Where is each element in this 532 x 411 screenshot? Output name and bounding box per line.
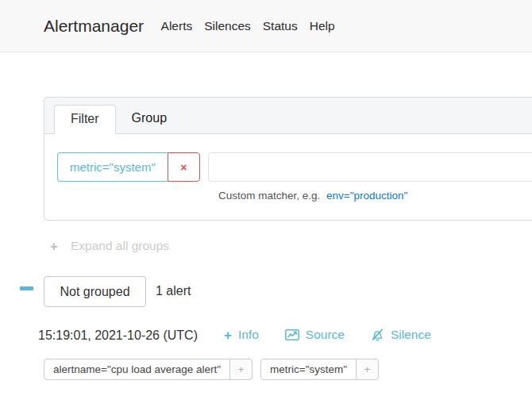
custom-matcher-input[interactable] xyxy=(208,152,532,182)
top-navbar: Alertmanager Alerts Silences Status Help xyxy=(0,0,532,52)
alert-actions: + Info Source Silence xyxy=(224,328,431,342)
add-to-filter-button[interactable]: + xyxy=(356,359,379,380)
tab-filter[interactable]: Filter xyxy=(54,105,116,134)
filter-panel-tabs: Filter Group xyxy=(44,98,532,134)
tab-group[interactable]: Group xyxy=(116,105,183,134)
matcher-hint: Custom matcher, e.g. env="production" xyxy=(218,190,532,202)
plus-icon: + xyxy=(224,328,232,342)
matcher-remove-button[interactable]: × xyxy=(168,152,200,182)
chart-line-icon xyxy=(285,329,299,340)
info-button[interactable]: + Info xyxy=(224,328,259,342)
label-chip-text: metric="system" xyxy=(260,359,357,380)
silence-label: Silence xyxy=(391,328,431,342)
label-chip-text: alertname="cpu load average alert" xyxy=(44,359,230,380)
nav-item-alerts[interactable]: Alerts xyxy=(155,19,199,33)
matcher-row: metric="system" × xyxy=(57,152,532,182)
label-chip-metric: metric="system" + xyxy=(260,359,379,380)
plus-icon: + xyxy=(50,240,58,253)
source-button[interactable]: Source xyxy=(285,328,345,342)
plus-icon: + xyxy=(238,363,245,375)
matcher-example-link[interactable]: env="production" xyxy=(326,190,407,202)
close-icon: × xyxy=(180,161,187,174)
nav-item-silences[interactable]: Silences xyxy=(199,19,257,33)
brand-alertmanager[interactable]: Alertmanager xyxy=(44,17,144,36)
filter-panel: Filter Group metric="system" × Custom ma… xyxy=(44,97,532,221)
expand-all-groups-button[interactable]: + Expand all groups xyxy=(50,239,169,253)
plus-icon: + xyxy=(364,363,371,375)
alert-count: 1 alert xyxy=(156,284,191,298)
nav-item-status[interactable]: Status xyxy=(256,19,303,33)
matcher-hint-text: Custom matcher, e.g. xyxy=(218,190,320,202)
alertmanager-screen: Alertmanager Alerts Silences Status Help… xyxy=(0,0,532,411)
info-label: Info xyxy=(238,328,259,342)
nav-item-help[interactable]: Help xyxy=(303,19,341,33)
not-grouped-button[interactable]: Not grouped xyxy=(44,276,146,307)
silence-button[interactable]: Silence xyxy=(371,328,431,342)
main-nav: Alerts Silences Status Help xyxy=(155,19,341,33)
matcher-chip: metric="system" xyxy=(57,152,168,182)
alert-timestamp: 15:19:01, 2021-10-26 (UTC) xyxy=(38,328,198,343)
filter-panel-body: metric="system" × Custom matcher, e.g. e… xyxy=(44,134,532,202)
alert-labels: alertname="cpu load average alert" + met… xyxy=(44,359,379,380)
label-chip-alertname: alertname="cpu load average alert" + xyxy=(44,359,253,380)
add-to-filter-button[interactable]: + xyxy=(229,359,253,380)
minus-icon[interactable] xyxy=(20,286,33,290)
expand-all-groups-label: Expand all groups xyxy=(71,239,169,253)
source-label: Source xyxy=(306,328,345,342)
bell-slash-icon xyxy=(371,328,384,341)
